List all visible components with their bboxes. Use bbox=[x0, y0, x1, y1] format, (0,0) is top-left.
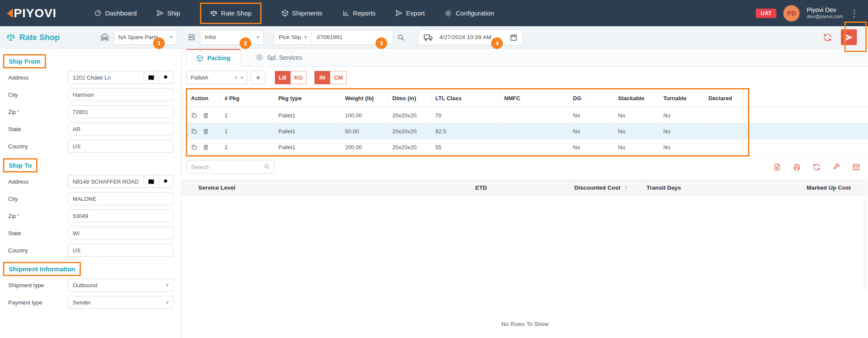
dims-unit-in[interactable]: IN bbox=[314, 71, 330, 84]
column-header-service-level[interactable]: Service Level bbox=[193, 180, 470, 195]
doc-type-select[interactable]: Pick Slip ▾ bbox=[274, 30, 311, 45]
document-group: Pick Slip ▾ 3 bbox=[274, 30, 405, 45]
required-marker: * bbox=[17, 109, 19, 115]
refresh-icon[interactable] bbox=[813, 163, 821, 171]
add-pallet-button[interactable]: + bbox=[251, 71, 265, 84]
dims-unit-cm[interactable]: CM bbox=[330, 71, 347, 84]
column-header-discounted-cost[interactable]: Discounted Cost↑ bbox=[569, 180, 641, 195]
form-row-zip: Zip* bbox=[8, 105, 181, 118]
nav-item-shipments[interactable]: Shipments bbox=[281, 9, 323, 17]
cell-ltl-class: 55 bbox=[431, 139, 500, 155]
column-header[interactable]: Pkg type bbox=[274, 89, 341, 108]
tab-packing[interactable]: Packing bbox=[186, 49, 240, 67]
field-label: Country bbox=[8, 143, 68, 150]
nav-menu: Dashboard Ship Rate Shop Shipments Repor… bbox=[94, 3, 494, 24]
system-select[interactable]: Infor ▾ 2 bbox=[200, 30, 264, 45]
callout-1: 1 bbox=[153, 37, 165, 49]
column-header[interactable]: Declared bbox=[705, 89, 748, 108]
trash-icon[interactable] bbox=[203, 128, 209, 135]
trash-icon[interactable] bbox=[203, 144, 209, 151]
logo[interactable]: PIYOVI bbox=[7, 6, 56, 20]
ship-from-address-input[interactable] bbox=[68, 71, 144, 84]
nav-item-export[interactable]: Export bbox=[395, 9, 425, 17]
column-header[interactable]: Weight (lb) bbox=[341, 89, 388, 108]
nav-item-label: Ship bbox=[167, 9, 180, 17]
vertical-scrollbar[interactable] bbox=[864, 179, 868, 289]
shipment-type-select[interactable]: Outbound ▾ bbox=[68, 279, 173, 292]
ship-from-state-input[interactable] bbox=[68, 123, 173, 135]
cell-pkg: 1 bbox=[221, 123, 274, 139]
copy-icon[interactable] bbox=[191, 112, 197, 119]
trash-icon[interactable] bbox=[203, 112, 209, 119]
copy-icon[interactable] bbox=[191, 144, 197, 151]
field-label: City bbox=[8, 196, 68, 202]
top-nav: PIYOVI Dashboard Ship Rate Shop Shipment… bbox=[0, 0, 868, 26]
ship-from-zip-input[interactable] bbox=[68, 105, 173, 118]
doc-search-button[interactable] bbox=[397, 30, 405, 45]
column-header[interactable]: DG bbox=[569, 89, 614, 108]
search-icon[interactable] bbox=[159, 175, 173, 188]
rate-shop-submit-button[interactable] bbox=[841, 29, 857, 45]
column-header[interactable]: Dims (in) bbox=[388, 89, 431, 108]
nav-item-configuration[interactable]: Configuration bbox=[444, 9, 494, 17]
warehouse-select[interactable]: NA Spare Parts ▾ 1 bbox=[114, 30, 177, 45]
wrench-icon[interactable] bbox=[832, 163, 840, 171]
ship-to-zip-input[interactable] bbox=[68, 209, 173, 222]
header-spacer bbox=[182, 180, 193, 195]
user-email: dev@piyovi.com bbox=[806, 14, 843, 20]
package-icon bbox=[196, 55, 203, 62]
refresh-icon[interactable] bbox=[823, 33, 832, 42]
shipment-form-panel: Ship From Address City Zip* State Countr… bbox=[0, 49, 182, 338]
column-header[interactable]: NMFC bbox=[500, 89, 569, 108]
column-header[interactable]: Turnable bbox=[659, 89, 705, 108]
columns-icon[interactable] bbox=[852, 163, 860, 171]
weight-unit-kg[interactable]: KG bbox=[290, 71, 307, 84]
cell-dims: 20x20x20 bbox=[388, 123, 431, 139]
kebab-menu-icon[interactable]: ⋮ bbox=[850, 8, 859, 18]
column-header[interactable]: Stackable bbox=[614, 89, 659, 108]
ship-to-address-input[interactable] bbox=[68, 175, 144, 188]
pallet-select[interactable]: PalletA × ▾ bbox=[186, 71, 247, 84]
ship-from-country-input[interactable] bbox=[68, 140, 173, 153]
form-row-country: Country bbox=[8, 244, 181, 257]
tab-spl-services[interactable]: Spl. Services bbox=[246, 49, 312, 66]
shipment-information-heading: Shipment Information bbox=[3, 262, 81, 276]
column-header-etd[interactable]: ETD bbox=[470, 180, 569, 195]
calendar-icon[interactable] bbox=[510, 34, 517, 41]
ship-to-state-input[interactable] bbox=[68, 227, 173, 240]
ship-from-city-input[interactable] bbox=[68, 88, 173, 101]
column-header-transit-days[interactable]: Transit Days bbox=[641, 180, 788, 195]
results-search bbox=[186, 160, 274, 174]
weight-unit-lb[interactable]: LB bbox=[275, 71, 290, 84]
column-header[interactable]: Action bbox=[187, 89, 221, 108]
ship-to-country-input[interactable] bbox=[68, 244, 173, 257]
services-eye-icon bbox=[256, 54, 263, 61]
avatar[interactable]: PD bbox=[783, 5, 800, 22]
map-icon[interactable] bbox=[144, 175, 159, 188]
nav-item-label: Reports bbox=[353, 9, 376, 17]
cell-dg: No bbox=[569, 139, 614, 155]
form-row-city: City bbox=[8, 192, 181, 205]
print-icon[interactable] bbox=[793, 163, 801, 171]
column-header-marked-up-cost[interactable]: Marked Up Cost bbox=[788, 180, 868, 195]
nav-item-ship[interactable]: Ship bbox=[157, 9, 180, 17]
form-row-state: State bbox=[8, 123, 181, 135]
nav-item-reports[interactable]: Reports bbox=[342, 9, 376, 17]
column-header[interactable]: LTL Class bbox=[431, 89, 500, 108]
copy-icon[interactable] bbox=[191, 128, 197, 135]
payment-type-select[interactable]: Sender ▾ bbox=[68, 296, 173, 309]
search-icon[interactable] bbox=[159, 71, 173, 84]
ship-to-city-input[interactable] bbox=[68, 192, 173, 205]
column-header[interactable]: # Pkg bbox=[221, 89, 274, 108]
search-input[interactable] bbox=[186, 160, 274, 174]
chevron-down-icon: ▾ bbox=[256, 34, 259, 40]
cell-turnable: No bbox=[659, 108, 705, 123]
form-row-country: Country bbox=[8, 140, 181, 153]
nav-item-rate-shop[interactable]: Rate Shop bbox=[200, 3, 262, 24]
clear-icon[interactable]: × bbox=[234, 74, 238, 81]
map-icon[interactable] bbox=[144, 71, 159, 84]
cell-dims: 20x20x20 bbox=[388, 108, 431, 123]
excel-export-icon[interactable] bbox=[773, 163, 781, 171]
nav-item-dashboard[interactable]: Dashboard bbox=[94, 9, 136, 17]
user-info: Piyovi Dev dev@piyovi.com bbox=[806, 6, 843, 20]
